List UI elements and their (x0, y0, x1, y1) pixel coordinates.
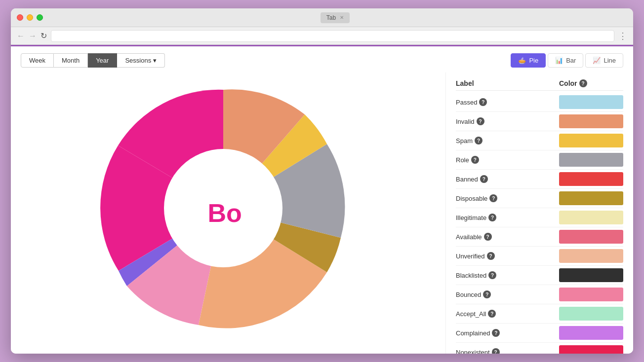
color-help-icon[interactable]: ? (579, 79, 587, 87)
content-area: Bo Label Color ? Passed?Invalid?Spam?Rol… (11, 72, 633, 354)
legend-row: Accept_All? (456, 304, 623, 324)
color-swatch[interactable] (559, 230, 623, 244)
traffic-lights (17, 14, 43, 21)
help-icon[interactable]: ? (488, 310, 496, 318)
legend-item-label: Disposable? (456, 194, 559, 202)
color-swatch[interactable] (559, 211, 623, 224)
legend-item-label: Unverified? (456, 252, 559, 260)
close-button[interactable] (17, 14, 23, 21)
help-icon[interactable]: ? (477, 117, 484, 125)
color-swatch[interactable] (559, 249, 623, 263)
main-content: Week Month Year Sessions ▾ 🥧 Pie 📊 Bar (11, 46, 633, 354)
tab-close-icon[interactable]: ✕ (340, 15, 344, 20)
legend-item-label: Spam? (456, 137, 559, 145)
sessions-button[interactable]: Sessions ▾ (117, 53, 165, 68)
help-icon[interactable]: ? (483, 290, 491, 298)
help-icon[interactable]: ? (492, 329, 500, 337)
toolbar: Week Month Year Sessions ▾ 🥧 Pie 📊 Bar (11, 46, 633, 72)
time-range-group: Week Month Year Sessions ▾ (21, 53, 165, 68)
legend-row: Available? (456, 227, 623, 247)
chart-section: Bo (11, 72, 445, 354)
legend-item-label: Nonexistent? (456, 348, 559, 354)
help-icon[interactable]: ? (471, 156, 479, 164)
legend-row: Role? (456, 150, 623, 170)
color-swatch[interactable] (559, 326, 623, 340)
dropdown-icon: ▾ (153, 57, 157, 64)
legend-row: Complained? (456, 324, 623, 343)
forward-button[interactable]: → (29, 32, 37, 40)
legend-item-label: Illegitimate? (456, 214, 559, 221)
color-swatch[interactable] (559, 268, 623, 282)
color-swatch[interactable] (559, 153, 623, 167)
color-swatch[interactable] (559, 95, 623, 109)
help-icon[interactable]: ? (488, 214, 496, 221)
address-bar-row: ← → ↻ ⋮ (11, 27, 633, 45)
legend-row: Disposable? (456, 189, 623, 208)
line-button[interactable]: 📈 Line (585, 53, 623, 68)
legend-header: Label Color ? (456, 76, 623, 91)
bar-icon: 📊 (555, 57, 563, 64)
minimize-button[interactable] (27, 14, 33, 21)
legend-item-label: Invalid? (456, 117, 559, 125)
line-icon: 📈 (593, 57, 601, 64)
color-swatch[interactable] (559, 191, 623, 205)
legend-row: Bounced? (456, 285, 623, 304)
legend-label-header: Label (456, 79, 559, 87)
legend-section: Label Color ? Passed?Invalid?Spam?Role?B… (445, 72, 633, 354)
legend-row: Spam? (456, 131, 623, 150)
help-icon[interactable]: ? (480, 175, 488, 183)
legend-row: Blacklisted? (456, 266, 623, 285)
donut-chart: Bo (100, 85, 357, 341)
legend-row: Nonexistent? (456, 343, 623, 354)
tab-area: Tab ✕ (43, 12, 627, 23)
center-label: Bo (207, 200, 242, 226)
pie-icon: 🥧 (518, 57, 526, 64)
legend-item-label: Complained? (456, 329, 559, 337)
help-icon[interactable]: ? (475, 137, 483, 145)
color-swatch[interactable] (559, 307, 623, 321)
color-swatch[interactable] (559, 288, 623, 301)
legend-item-label: Available? (456, 233, 559, 241)
help-icon[interactable]: ? (487, 252, 495, 260)
legend-color-header: Color ? (559, 79, 623, 87)
color-swatch[interactable] (559, 172, 623, 186)
week-button[interactable]: Week (21, 53, 54, 68)
tab-label: Tab (326, 14, 336, 21)
refresh-button[interactable]: ↻ (40, 31, 47, 40)
bar-button[interactable]: 📊 Bar (548, 53, 583, 68)
legend-item-label: Passed? (456, 98, 559, 106)
legend-row: Passed? (456, 93, 623, 112)
help-icon[interactable]: ? (488, 271, 496, 279)
legend-item-label: Banned? (456, 175, 559, 183)
titlebar: Tab ✕ (11, 8, 633, 27)
legend-rows: Passed?Invalid?Spam?Role?Banned?Disposab… (456, 93, 623, 354)
legend-row: Unverified? (456, 247, 623, 266)
year-button[interactable]: Year (88, 53, 117, 68)
help-icon[interactable]: ? (492, 348, 500, 354)
legend-item-label: Blacklisted? (456, 271, 559, 279)
color-swatch[interactable] (559, 134, 623, 147)
color-swatch[interactable] (559, 114, 623, 128)
legend-row: Illegitimate? (456, 208, 623, 227)
legend-row: Banned? (456, 170, 623, 189)
more-options-icon[interactable]: ⋮ (618, 31, 627, 41)
legend-item-label: Accept_All? (456, 310, 559, 318)
url-input[interactable] (51, 30, 614, 42)
legend-item-label: Bounced? (456, 290, 559, 298)
chart-type-group: 🥧 Pie 📊 Bar 📈 Line (511, 53, 623, 68)
color-swatch[interactable] (559, 345, 623, 354)
month-button[interactable]: Month (54, 53, 88, 68)
maximize-button[interactable] (37, 14, 43, 21)
browser-window: Tab ✕ ← → ↻ ⋮ Week Month Year Sessions ▾ (11, 8, 633, 354)
browser-tab[interactable]: Tab ✕ (321, 12, 350, 23)
legend-item-label: Role? (456, 156, 559, 164)
help-icon[interactable]: ? (479, 98, 487, 106)
legend-row: Invalid? (456, 112, 623, 131)
help-icon[interactable]: ? (489, 194, 497, 202)
pie-button[interactable]: 🥧 Pie (511, 53, 546, 68)
back-button[interactable]: ← (17, 32, 25, 40)
help-icon[interactable]: ? (484, 233, 492, 241)
